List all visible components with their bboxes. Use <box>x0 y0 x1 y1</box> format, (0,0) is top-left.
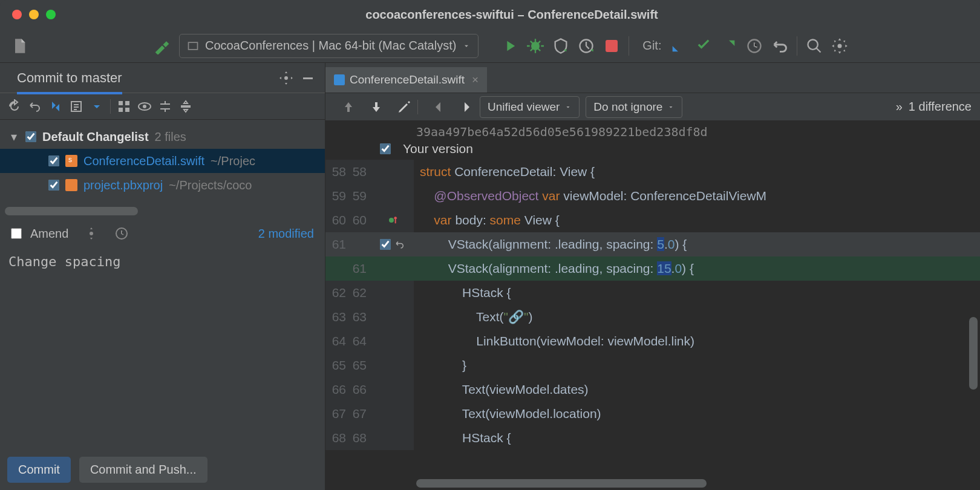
file-row[interactable]: project.pbxproj ~/Projects/coco <box>0 173 325 197</box>
version-checkbox[interactable] <box>380 143 391 154</box>
coverage-button[interactable] <box>552 38 569 54</box>
separator <box>797 36 797 56</box>
close-tab-icon[interactable]: × <box>472 73 479 87</box>
your-version-row: Your version <box>325 140 980 160</box>
view-icon[interactable] <box>137 99 152 114</box>
file-checkbox[interactable] <box>48 180 59 191</box>
gutter-marker <box>371 232 414 256</box>
file-name: ConferenceDetail.swift <box>83 154 204 168</box>
changelist-icon[interactable] <box>69 99 83 114</box>
svg-rect-0 <box>189 42 198 50</box>
code-text: struct ConferenceDetail: View { <box>414 160 980 184</box>
commit-hash: 39aa497be64a52d56d05e561989221bed238df8d <box>325 121 980 140</box>
debug-button[interactable] <box>527 38 544 54</box>
diff-count-area: » 1 difference <box>896 100 972 114</box>
edit-icon[interactable] <box>397 100 411 114</box>
build-icon[interactable] <box>154 38 171 54</box>
horizontal-scrollbar[interactable] <box>5 207 138 215</box>
refresh-icon[interactable] <box>7 99 22 114</box>
next-diff-icon[interactable] <box>369 100 384 114</box>
viewer-mode-select[interactable]: Unified viewer <box>480 96 580 118</box>
code-text: HStack { <box>414 281 980 305</box>
commit-message-area <box>0 247 325 449</box>
close-window-button[interactable] <box>12 10 22 19</box>
revert-icon[interactable] <box>394 239 405 250</box>
settings-button[interactable] <box>831 38 848 54</box>
amend-checkbox[interactable] <box>11 228 22 239</box>
modified-count[interactable]: 2 modified <box>258 227 314 241</box>
changelist-label: Default Changelist <box>42 130 149 144</box>
code-editor[interactable]: 5858 struct ConferenceDetail: View {5959… <box>325 160 980 490</box>
gutter: 6262 <box>325 281 371 305</box>
diff-icon[interactable] <box>48 99 63 114</box>
git-commit-button[interactable] <box>695 38 712 54</box>
svg-point-18 <box>389 218 394 223</box>
maximize-window-button[interactable] <box>46 10 56 19</box>
separator <box>629 36 629 56</box>
new-file-icon[interactable] <box>11 38 28 54</box>
code-line: 6767 Text(viewModel.location) <box>325 402 980 426</box>
gutter-marker <box>371 353 414 377</box>
gutter: 5858 <box>325 160 371 184</box>
minimize-window-button[interactable] <box>29 10 39 19</box>
run-configuration-selector[interactable]: CocoaConferences | Mac 64-bit (Mac Catal… <box>179 34 479 58</box>
svg-point-6 <box>284 76 288 80</box>
gear-icon[interactable] <box>84 226 99 241</box>
gutter-marker <box>371 426 414 450</box>
prev-diff-icon[interactable] <box>341 100 356 114</box>
git-update-button[interactable] <box>670 38 687 54</box>
vertical-scrollbar[interactable] <box>969 317 978 390</box>
git-rollback-button[interactable] <box>771 38 788 54</box>
code-text: var body: some View { <box>414 208 980 232</box>
changelist-row[interactable]: ▾ Default Changelist 2 files <box>0 125 325 149</box>
commit-button[interactable]: Commit <box>7 457 71 483</box>
gutter-marker <box>371 402 414 426</box>
window-controls <box>12 10 56 19</box>
collapse-icon[interactable] <box>178 99 193 114</box>
commit-buttons: Commit Commit and Push... <box>0 449 325 490</box>
expand-icon[interactable] <box>158 99 172 114</box>
editor-tab[interactable]: ConferenceDetail.swift × <box>325 66 487 93</box>
commit-and-push-button[interactable]: Commit and Push... <box>79 457 207 483</box>
gutter: 6363 <box>325 305 371 329</box>
swift-file-icon <box>65 155 77 167</box>
git-push-button[interactable] <box>720 38 737 54</box>
rollback-icon[interactable] <box>28 99 42 114</box>
code-text: LinkButton(viewModel: viewModel.link) <box>414 329 980 353</box>
file-row[interactable]: ConferenceDetail.swift ~/Projec <box>0 149 325 173</box>
commit-toolbar <box>0 93 325 120</box>
svg-point-14 <box>143 105 146 108</box>
svg-rect-17 <box>334 74 345 85</box>
code-text: VStack(alignment: .leading, spacing: 15.… <box>414 256 980 281</box>
editor-tabbar: ConferenceDetail.swift × <box>325 63 980 93</box>
commit-message-input[interactable] <box>8 254 316 442</box>
titlebar: cocoaconferences-swiftui – ConferenceDet… <box>0 0 980 29</box>
history-icon[interactable] <box>114 226 129 241</box>
nav-forward-icon[interactable] <box>459 100 474 114</box>
gutter-marker <box>371 305 414 329</box>
amend-row: Amend 2 modified <box>0 220 325 247</box>
profile-button[interactable] <box>578 38 595 54</box>
hunk-checkbox[interactable] <box>380 239 391 250</box>
horizontal-scrollbar[interactable] <box>416 479 707 488</box>
more-icon[interactable]: » <box>896 100 903 114</box>
file-checkbox[interactable] <box>48 155 59 166</box>
stop-button[interactable] <box>603 38 620 54</box>
changelist-checkbox[interactable] <box>25 131 36 142</box>
nav-back-icon[interactable] <box>431 100 446 114</box>
code-text: Text("🔗") <box>414 305 980 329</box>
ignore-mode-select[interactable]: Do not ignore <box>586 96 682 118</box>
svg-rect-11 <box>119 108 123 112</box>
chevron-down-icon: ▾ <box>11 129 19 144</box>
git-history-button[interactable] <box>746 38 763 54</box>
commit-panel-header: Commit to master <box>0 63 325 93</box>
code-line: 6868 HStack { <box>325 426 980 450</box>
tab-label: ConferenceDetail.swift <box>350 73 465 87</box>
search-button[interactable] <box>806 38 823 54</box>
minimize-panel-icon[interactable] <box>301 71 315 85</box>
file-name: project.pbxproj <box>83 178 163 192</box>
group-icon[interactable] <box>117 99 131 114</box>
gear-icon[interactable] <box>279 71 293 85</box>
run-button[interactable] <box>501 38 518 54</box>
shelve-icon[interactable] <box>90 99 104 114</box>
